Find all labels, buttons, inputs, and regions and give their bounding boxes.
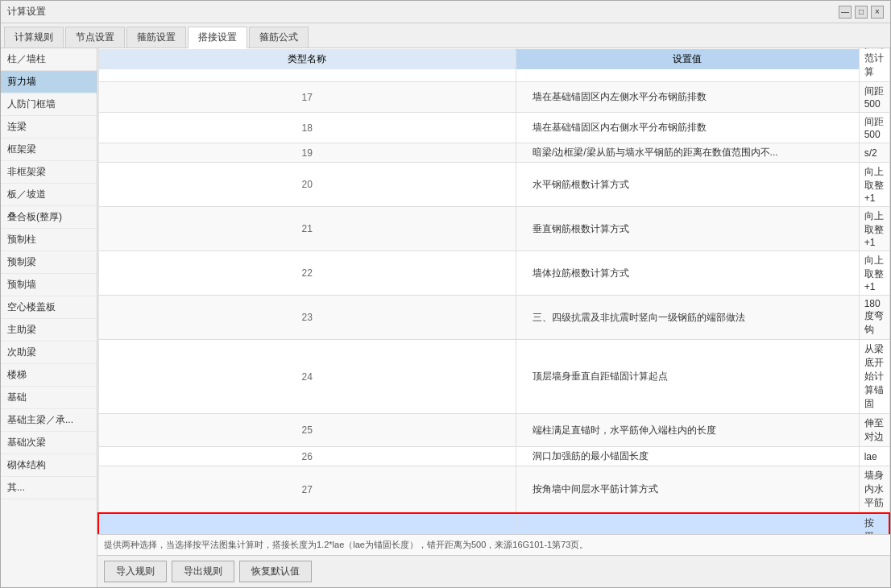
row-value: 间距500	[859, 82, 889, 113]
minimize-button[interactable]: —	[839, 6, 852, 19]
row-name: 水平钢筋根数计算方式	[516, 163, 859, 207]
row-number: 22	[98, 251, 516, 296]
sidebar-item-column-wall[interactable]: 柱／墙柱	[1, 48, 97, 71]
window-controls: — □ ×	[839, 6, 884, 19]
table-row: 18墙在基础锚固区内右侧水平分布钢筋排数间距500	[98, 113, 889, 143]
row-name: 墙身钢筋搭接长度	[516, 513, 859, 534]
sidebar-item-foundation[interactable]: 基础	[1, 387, 97, 409]
maximize-button[interactable]: □	[855, 6, 868, 19]
table-row: 27按角墙中间层水平筋计算方式墙身内水平筋	[98, 466, 889, 514]
bottom-bar: 导入规则 导出规则 恢复默认值	[97, 555, 890, 587]
row-name: 墙在基础锚固区内右侧水平分布钢筋排数	[516, 113, 859, 143]
table-row: 25端柱满足直锚时，水平筋伸入端柱内的长度伸至对边	[98, 414, 889, 447]
row-name: 暗梁/边框梁/梁从筋与墙水平钢筋的距离在数值范围内不...	[516, 143, 859, 163]
table-row: 23三、四级抗震及非抗震时竖向一级钢筋的端部做法180度弯钩	[98, 296, 889, 340]
row-number: 28	[98, 513, 516, 534]
sidebar-item-composite-slab[interactable]: 叠合板(整厚)	[1, 206, 97, 229]
table-row: 22墙体拉筋根数计算方式向上取整+1	[98, 251, 889, 296]
window-title: 计算设置	[7, 5, 46, 19]
sidebar-item-staircase[interactable]: 楼梯	[1, 364, 97, 387]
sidebar-item-shear-wall[interactable]: 剪力墙	[1, 71, 97, 93]
table-row: 17墙在基础锚固区内左侧水平分布钢筋排数间距500	[98, 82, 889, 113]
table-row: 21垂直钢筋根数计算方式向上取整+1	[98, 207, 889, 251]
sidebar-item-link-beam[interactable]: 连梁	[1, 116, 97, 139]
row-name: 顶层墙身垂直自距锚固计算起点	[516, 340, 859, 414]
row-value: 伸至对边	[859, 414, 889, 447]
row-name: 垂直钢筋根数计算方式	[516, 207, 859, 251]
tab-node-settings[interactable]: 节点设置	[65, 27, 125, 48]
sidebar-item-non-frame-beam[interactable]: 非框架梁	[1, 161, 97, 184]
close-button[interactable]: ×	[871, 6, 884, 19]
row-value: 按规范计算	[859, 48, 889, 82]
row-value: 墙身内水平筋	[859, 466, 889, 514]
row-number: 20	[98, 163, 516, 207]
tab-stirrup-settings[interactable]: 箍筋设置	[126, 27, 186, 48]
header-name: 类型名称	[98, 48, 516, 69]
sidebar-item-frame-beam[interactable]: 框架梁	[1, 139, 97, 161]
row-name: 端柱满足直锚时，水平筋伸入端柱内的长度	[516, 414, 859, 447]
tab-calculation-rules[interactable]: 计算规则	[4, 27, 64, 48]
footer-note: 提供两种选择，当选择按平法图集计算时，搭接长度为1.2*lae（lae为锚固长度…	[97, 534, 890, 555]
sidebar-item-foundation-main-beam[interactable]: 基础主梁／承...	[1, 409, 97, 432]
sidebar-item-civil-defense[interactable]: 人防门框墙	[1, 93, 97, 116]
table-scroll[interactable]: 类型名称 设置值 8边框梁与连梁重叠部位的箍筋间距同连梁箍筋间距9暗梁/边框梁侧…	[97, 48, 890, 534]
sidebar: 柱／墙柱 剪力墙 人防门框墙 连梁 框架梁 非框架梁 板／坡道 叠合板(整厚) …	[1, 48, 97, 587]
sidebar-item-other[interactable]: 其...	[1, 477, 97, 499]
row-number: 23	[98, 296, 516, 340]
header-value: 设置值	[516, 48, 859, 69]
export-rules-button[interactable]: 导出规则	[172, 561, 234, 582]
row-number: 21	[98, 207, 516, 251]
row-value: lae	[859, 447, 889, 466]
main-window: 计算设置 — □ × 计算规则 节点设置 箍筋设置 搭接设置 箍筋公式 柱／墙柱…	[0, 0, 891, 588]
row-number: 24	[98, 340, 516, 414]
sidebar-item-main-rib-beam[interactable]: 主助梁	[1, 319, 97, 342]
sidebar-item-hollow-floor[interactable]: 空心楼盖板	[1, 296, 97, 319]
table-row: 24顶层墙身垂直自距锚固计算起点从梁底开始计算锚固	[98, 340, 889, 414]
row-number: 27	[98, 466, 516, 514]
row-number: 18	[98, 113, 516, 143]
tab-splice-settings[interactable]: 搭接设置	[188, 27, 247, 48]
row-number: 19	[98, 143, 516, 163]
row-name: 洞口加强筋的最小锚固长度	[516, 447, 859, 466]
row-value: 向上取整+1	[859, 163, 889, 207]
main-content: 柱／墙柱 剪力墙 人防门框墙 连梁 框架梁 非框架梁 板／坡道 叠合板(整厚) …	[1, 48, 890, 587]
sidebar-item-precast-wall[interactable]: 预制墙	[1, 274, 97, 296]
table-area: 类型名称 设置值 8边框梁与连梁重叠部位的箍筋间距同连梁箍筋间距9暗梁/边框梁侧…	[97, 48, 890, 587]
row-value: 间距500	[859, 113, 889, 143]
sidebar-item-secondary-rib-beam[interactable]: 次助梁	[1, 342, 97, 364]
tab-stirrup-formula[interactable]: 箍筋公式	[249, 27, 309, 48]
sidebar-item-masonry[interactable]: 砌体结构	[1, 454, 97, 477]
title-bar: 计算设置 — □ ×	[1, 1, 890, 23]
row-value: s/2	[859, 143, 889, 163]
row-value: 从梁底开始计算锚固	[859, 340, 889, 414]
table-row: 28墙身钢筋搭接长度按平法图集计算▼	[98, 513, 889, 534]
sidebar-item-foundation-secondary-beam[interactable]: 基础次梁	[1, 432, 97, 454]
sidebar-item-precast-beam[interactable]: 预制梁	[1, 251, 97, 274]
row-name: 三、四级抗震及非抗震时竖向一级钢筋的端部做法	[516, 296, 859, 340]
table-row: 19暗梁/边框梁/梁从筋与墙水平钢筋的距离在数值范围内不...s/2	[98, 143, 889, 163]
table-row: 20水平钢筋根数计算方式向上取整+1	[98, 163, 889, 207]
tab-bar: 计算规则 节点设置 箍筋设置 搭接设置 箍筋公式	[1, 23, 890, 48]
dropdown-cell[interactable]: 按平法图集计算▼	[859, 513, 889, 534]
row-name: 按角墙中间层水平筋计算方式	[516, 466, 859, 514]
row-number: 25	[98, 414, 516, 447]
row-name: 墙在基础锚固区内左侧水平分布钢筋排数	[516, 82, 859, 113]
restore-defaults-button[interactable]: 恢复默认值	[239, 561, 312, 582]
sidebar-item-slab[interactable]: 板／坡道	[1, 184, 97, 206]
row-value: 向上取整+1	[859, 251, 889, 296]
sidebar-item-precast-column[interactable]: 预制柱	[1, 229, 97, 251]
row-value: 向上取整+1	[859, 207, 889, 251]
import-rules-button[interactable]: 导入规则	[104, 561, 167, 582]
row-value: 180度弯钩	[859, 296, 889, 340]
table-row: 26洞口加强筋的最小锚固长度lae	[98, 447, 889, 466]
row-number: 17	[98, 82, 516, 113]
settings-table: 类型名称 设置值 8边框梁与连梁重叠部位的箍筋间距同连梁箍筋间距9暗梁/边框梁侧…	[97, 48, 890, 534]
row-number: 26	[98, 447, 516, 466]
row-name: 墙体拉筋根数计算方式	[516, 251, 859, 296]
